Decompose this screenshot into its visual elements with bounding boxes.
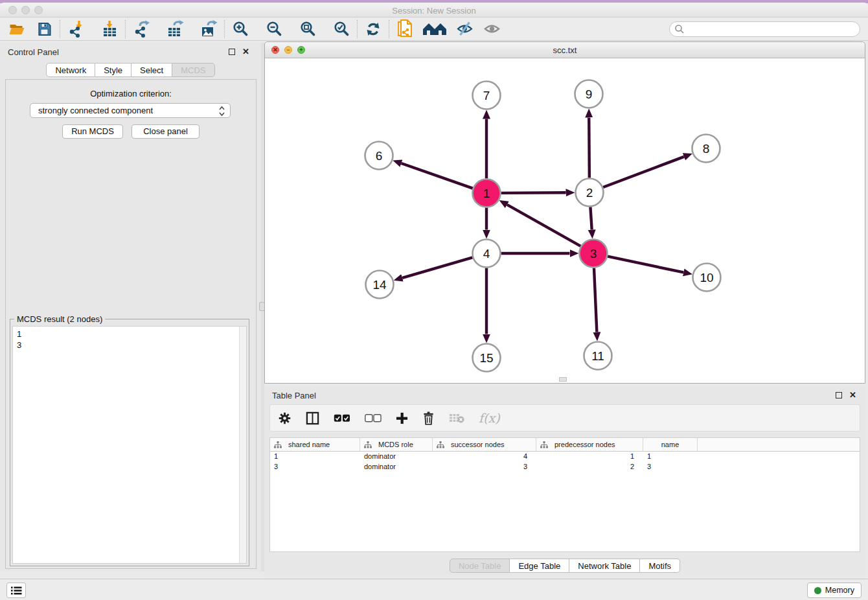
close-panel-icon[interactable] (242, 47, 249, 56)
select-all-columns-icon[interactable] (334, 414, 350, 422)
export-image-icon[interactable] (198, 19, 219, 39)
network-canvas[interactable]: 7968124314101511 (265, 58, 865, 383)
toolbar-separator (357, 20, 358, 38)
tab-network[interactable]: Network (46, 63, 95, 77)
import-table-icon[interactable] (99, 19, 120, 39)
float-panel-icon[interactable] (836, 392, 842, 398)
graph-edge-3-1[interactable] (507, 205, 581, 246)
graph-node-label: 9 (586, 87, 593, 101)
zoom-out-icon[interactable] (264, 19, 284, 39)
delete-table-icon-disabled (449, 413, 464, 423)
network-window-titlebar[interactable]: scc.txt (265, 42, 865, 58)
table-cell[interactable]: 1 (270, 452, 360, 462)
table-tabs: Node Table Edge Table Network Table Moti… (264, 559, 865, 573)
table-cell[interactable]: 4 (433, 452, 536, 462)
scrollbar-track[interactable] (239, 327, 246, 563)
table-cell[interactable]: dominator (360, 462, 433, 472)
graph-edge-3-10[interactable] (608, 257, 683, 273)
graph-edge-1-2[interactable] (501, 192, 565, 193)
table-cell[interactable]: 1 (643, 452, 698, 462)
application-window: Session: New Session (0, 0, 868, 600)
main-toolbar (0, 17, 868, 41)
splitter-handle[interactable] (559, 377, 567, 382)
table-cell[interactable]: 3 (643, 462, 698, 472)
export-table-icon[interactable] (165, 19, 185, 39)
column-header-label: shared name (288, 441, 330, 448)
memory-button[interactable]: Memory (807, 583, 862, 598)
tab-node-table[interactable]: Node Table (450, 559, 510, 573)
tab-style[interactable]: Style (95, 63, 131, 77)
task-history-button[interactable] (6, 583, 26, 598)
float-panel-icon[interactable] (229, 49, 235, 55)
table-settings-gear-icon[interactable] (278, 411, 291, 425)
close-panel-icon[interactable] (849, 390, 856, 400)
graph-node-label: 1 (483, 187, 490, 200)
column-view-icon[interactable] (306, 411, 319, 425)
column-header-predecessor-nodes[interactable]: predecessor nodes (536, 438, 643, 451)
zoom-fit-icon[interactable] (297, 19, 318, 39)
table-cell[interactable]: 1 (536, 452, 643, 462)
graph-node-label: 11 (591, 349, 604, 363)
graph-edge-4-14[interactable] (402, 257, 472, 278)
toolbar-separator (224, 20, 225, 38)
column-header-label: predecessor nodes (554, 441, 615, 448)
close-panel-button[interactable]: Close panel (131, 124, 200, 139)
tab-network-table[interactable]: Network Table (569, 559, 640, 573)
network-graph[interactable]: 7968124314101511 (265, 58, 865, 383)
table-cell[interactable]: 3 (433, 462, 536, 472)
tab-edge-table[interactable]: Edge Table (510, 559, 569, 573)
graph-edge-1-6[interactable] (401, 163, 472, 189)
homes-icon[interactable] (422, 19, 448, 39)
table-row[interactable]: 1dominator411 (270, 452, 860, 462)
graph-node-label: 14 (372, 278, 387, 292)
run-mcds-button[interactable]: Run MCDS (62, 124, 123, 139)
zoom-selected-icon[interactable] (331, 19, 352, 39)
add-column-icon[interactable] (396, 412, 408, 424)
node-table: shared nameMCDS rolesuccessor nodesprede… (269, 437, 860, 552)
graph-edge-2-8[interactable] (603, 157, 684, 187)
table-cell[interactable]: 3 (270, 462, 360, 472)
column-header-MCDS-role[interactable]: MCDS role (360, 438, 433, 451)
mcds-result-textarea[interactable]: 1 3 (12, 326, 247, 564)
mcds-result-title: MCDS result (2 nodes) (14, 314, 105, 324)
memory-label: Memory (825, 586, 854, 595)
mcds-result-text: 1 3 (17, 329, 21, 351)
search-icon (674, 24, 685, 37)
control-panel-title: Control Panel (8, 47, 59, 57)
graph-edge-2-3[interactable] (590, 207, 591, 229)
tab-mcds[interactable]: MCDS (172, 63, 214, 77)
delete-column-icon[interactable] (422, 411, 435, 425)
toolbar-separator (389, 20, 389, 38)
column-header-shared-name[interactable]: shared name (270, 438, 360, 451)
table-cell[interactable]: 2 (536, 462, 643, 472)
table-cell[interactable]: dominator (360, 452, 433, 462)
graph-edge-3-11[interactable] (594, 268, 597, 332)
tab-motifs[interactable]: Motifs (640, 559, 680, 573)
refresh-icon[interactable] (363, 19, 383, 39)
import-network-icon[interactable] (65, 19, 86, 39)
save-session-button[interactable] (34, 19, 54, 39)
export-network-icon[interactable] (131, 19, 152, 39)
dropdown-stepper-icon (218, 106, 225, 121)
search-input[interactable] (669, 21, 860, 37)
table-row[interactable]: 3dominator323 (270, 462, 860, 472)
column-header-name[interactable]: name (643, 438, 698, 451)
criterion-value: strongly connected component (38, 106, 153, 115)
open-session-button[interactable] (6, 19, 27, 39)
graph-node-label: 10 (700, 271, 713, 284)
optimization-criterion-label: Optimization criterion: (6, 89, 256, 98)
deselect-all-columns-icon[interactable] (365, 414, 382, 422)
hide-eye-icon[interactable] (454, 19, 475, 39)
graph-edge-2-9[interactable] (589, 117, 589, 178)
criterion-dropdown[interactable]: strongly connected component (30, 103, 231, 118)
show-eye-icon[interactable] (481, 19, 502, 39)
graph-node-label: 2 (586, 186, 593, 200)
zoom-in-icon[interactable] (230, 19, 251, 39)
tab-select[interactable]: Select (131, 63, 172, 77)
column-header-successor-nodes[interactable]: successor nodes (433, 438, 536, 451)
window-title: Session: New Session (0, 6, 868, 16)
memory-status-icon (814, 587, 821, 594)
titlebar: Session: New Session (0, 3, 868, 17)
mcds-result-group: MCDS result (2 nodes) 1 3 (10, 319, 249, 566)
document-network-icon[interactable] (394, 19, 415, 39)
